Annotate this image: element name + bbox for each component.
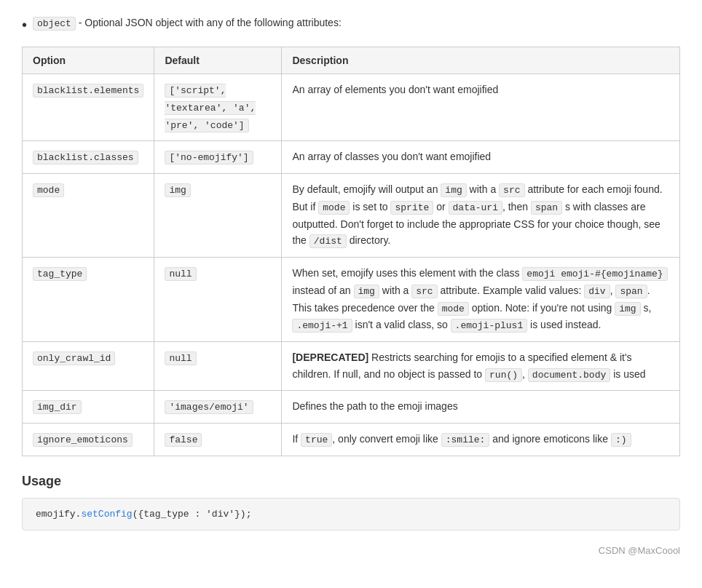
default-code: null	[165, 267, 196, 281]
option-code: tag_type	[33, 267, 87, 281]
bullet-point: •	[22, 15, 27, 35]
table-row: mode img By default, emojify will output…	[23, 174, 680, 258]
option-code: ignore_emoticons	[33, 433, 133, 447]
option-cell: img_dir	[23, 391, 154, 424]
table-row: only_crawl_id null [DEPRECATED] Restrict…	[23, 342, 680, 391]
intro-code: object	[33, 17, 76, 31]
default-code: ['no-emojify']	[165, 151, 253, 164]
option-cell: blacklist.classes	[23, 141, 154, 174]
usage-section: Usage emojify.setConfig({tag_type : 'div…	[22, 474, 680, 531]
intro-description: - Optional JSON object with any of the f…	[79, 17, 342, 28]
option-cell: blacklist.elements	[23, 74, 154, 141]
default-code: ['script','textarea', 'a','pre', 'code']	[165, 84, 256, 132]
option-code: img_dir	[33, 400, 82, 414]
description-cell: When set, emojify uses this element with…	[282, 257, 680, 341]
default-code: 'images/emoji'	[165, 400, 253, 414]
header-description: Description	[282, 47, 680, 74]
description-cell: If true, only convert emoji like :smile:…	[282, 424, 680, 456]
header-default: Default	[154, 47, 282, 74]
description-cell: An array of elements you don't want emoj…	[282, 74, 680, 141]
option-cell: ignore_emoticons	[23, 424, 154, 456]
default-cell: ['script','textarea', 'a','pre', 'code']	[154, 74, 282, 141]
intro-text: object - Optional JSON object with any o…	[33, 15, 342, 32]
default-cell: null	[154, 342, 282, 391]
table-row: img_dir 'images/emoji' Defines the path …	[23, 391, 680, 424]
table-row: ignore_emoticons false If true, only con…	[23, 424, 680, 456]
description-cell: [DEPRECATED] Restricts searching for emo…	[282, 342, 680, 391]
description-cell: By default, emojify will output an img w…	[282, 174, 680, 258]
table-row: blacklist.classes ['no-emojify'] An arra…	[23, 141, 680, 174]
option-cell: tag_type	[23, 257, 154, 341]
header-option: Option	[23, 47, 154, 74]
table-row: blacklist.elements ['script','textarea',…	[23, 74, 680, 141]
default-code: false	[165, 433, 202, 447]
watermark: CSDN @MaxCoool	[22, 545, 680, 556]
default-cell: img	[154, 174, 282, 258]
default-code: null	[165, 351, 196, 365]
description-cell: An array of classes you don't want emoji…	[282, 141, 680, 174]
option-cell: only_crawl_id	[23, 342, 154, 391]
table-row: tag_type null When set, emojify uses thi…	[23, 257, 680, 341]
option-code: blacklist.classes	[33, 151, 138, 164]
default-cell: false	[154, 424, 282, 456]
table-header-row: Option Default Description	[23, 47, 680, 74]
intro-section: • object - Optional JSON object with any…	[22, 15, 680, 35]
option-code: mode	[33, 183, 64, 197]
option-cell: mode	[23, 174, 154, 258]
usage-heading: Usage	[22, 474, 680, 489]
description-cell: Defines the path to the emoji images	[282, 391, 680, 424]
default-code: img	[165, 183, 190, 197]
options-table: Option Default Description blacklist.ele…	[22, 47, 680, 456]
usage-code-block: emojify.setConfig({tag_type : 'div'});	[22, 498, 680, 531]
default-cell: 'images/emoji'	[154, 391, 282, 424]
method-name: setConfig	[81, 509, 132, 520]
default-cell: null	[154, 257, 282, 341]
default-cell: ['no-emojify']	[154, 141, 282, 174]
option-code: blacklist.elements	[33, 84, 143, 98]
option-code: only_crawl_id	[33, 351, 115, 365]
